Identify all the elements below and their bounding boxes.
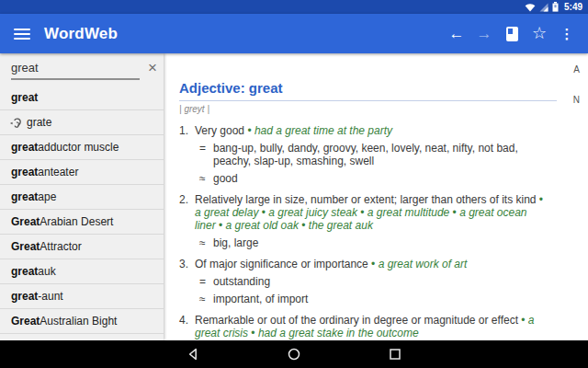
example-text: a great delay [195, 206, 258, 219]
example-bullet: • [449, 206, 459, 219]
wordweb-app-window: 5:49 WordWeb ← → ☆ ⋮ × great [0, 0, 588, 368]
list-item[interactable]: great adductor muscle [0, 135, 164, 160]
example-bullet: • [258, 206, 268, 219]
menu-icon[interactable] [14, 26, 30, 42]
example-bullet: • [518, 314, 528, 327]
example-bullet: • [368, 258, 379, 270]
similar-list[interactable]: good [213, 172, 549, 185]
example-text: a great work of art [379, 258, 468, 270]
app-title: WordWeb [44, 25, 118, 43]
homophone-icon [9, 117, 22, 129]
sidebar: × great grategreat adductor musclegreat … [0, 53, 164, 340]
example-bullet: • [244, 124, 254, 137]
word-list: great grategreat adductor musclegreat an… [0, 86, 164, 340]
definition-item: 1.Very good • had a great time at the pa… [179, 124, 549, 185]
example-text: had a great time at the party [254, 124, 392, 137]
synonym-list[interactable]: outstanding [213, 275, 549, 288]
clock: 5:49 [564, 0, 582, 14]
nav-back-button[interactable] [182, 348, 204, 361]
main-body: × great grategreat adductor musclegreat … [0, 53, 588, 340]
index-letter-noun[interactable]: N [573, 95, 580, 105]
definition-text: Very good • had a great time at the part… [195, 124, 549, 185]
signal-icon [539, 3, 548, 12]
example-bullet: • [357, 206, 368, 219]
search-input[interactable] [11, 58, 140, 80]
example-text: the great auk [309, 219, 373, 232]
search-row: × [0, 53, 164, 86]
page-title: Adjective: great [179, 80, 283, 96]
battery-icon [552, 2, 559, 12]
synonym-marker: = [199, 275, 213, 288]
definition-text: Relatively large in size, number or exte… [195, 193, 549, 249]
example-bullet: • [537, 193, 544, 206]
definition-pane: A N Adjective: great | greyt | 1.Very go… [164, 53, 588, 340]
example-bullet: • [299, 219, 309, 232]
list-item[interactable]: Great Arabian Desert [0, 210, 164, 235]
definition-number: 1. [179, 124, 195, 185]
synonym-marker: = [199, 142, 213, 167]
example-text: a great multitude [368, 206, 449, 219]
definition-number: 2. [179, 193, 195, 249]
definitions: 1.Very good • had a great time at the pa… [179, 124, 588, 340]
overflow-menu-button[interactable]: ⋮ [553, 14, 581, 53]
list-item[interactable]: grate [0, 110, 164, 135]
bookmark-page-icon [506, 27, 518, 41]
app-bar-actions: ← → ☆ ⋮ [443, 14, 581, 53]
example-bullet: • [216, 219, 226, 232]
list-item[interactable]: great anteater [0, 160, 164, 185]
similar-list[interactable]: big, large [213, 236, 549, 249]
example-text: had a great stake in the outcome [258, 327, 419, 339]
definition-text: Remarkable or out of the ordinary in deg… [195, 314, 549, 340]
list-item[interactable]: Great Australian Desert [0, 334, 164, 340]
list-item[interactable]: Great Australian Bight [0, 309, 164, 334]
example-text: a great juicy steak [268, 206, 357, 219]
clear-search-icon[interactable]: × [148, 60, 157, 75]
similar-list[interactable]: important, of import [213, 293, 549, 305]
definition-item: 3.Of major significance or importance • … [179, 258, 549, 305]
wifi-icon [525, 3, 536, 12]
headword-block: Adjective: great [179, 80, 557, 101]
definition-item: 4.Remarkable or out of the ordinary in d… [179, 314, 549, 340]
bookmarks-button[interactable] [498, 27, 526, 41]
nav-recents-button[interactable] [384, 348, 406, 361]
definition-number: 4. [179, 314, 195, 340]
back-button[interactable]: ← [443, 14, 470, 53]
similar-marker: ≈ [199, 236, 213, 249]
list-item[interactable]: great [0, 86, 164, 110]
status-bar: 5:49 [0, 0, 588, 14]
example-text: a great old oak [226, 219, 299, 232]
similar-marker: ≈ [199, 172, 213, 185]
list-item[interactable]: Great Attractor [0, 235, 164, 259]
pronunciation: | greyt | [179, 104, 588, 114]
nav-home-button[interactable] [283, 348, 305, 361]
definition-text: Of major significance or importance • a … [195, 258, 549, 305]
forward-button[interactable]: → [470, 14, 498, 53]
list-item[interactable]: great auk [0, 259, 164, 284]
synonym-list[interactable]: bang-up, bully, dandy, groovy, keen, lov… [213, 142, 549, 167]
android-nav-bar [0, 340, 588, 368]
definition-item: 2.Relatively large in size, number or ex… [179, 193, 549, 249]
definition-number: 3. [179, 258, 195, 305]
app-bar: WordWeb ← → ☆ ⋮ [0, 14, 588, 53]
index-letter-adjective[interactable]: A [573, 64, 580, 75]
favorites-button[interactable]: ☆ [526, 14, 553, 53]
example-bullet: • [248, 327, 258, 339]
list-item[interactable]: great ape [0, 185, 164, 210]
similar-marker: ≈ [199, 293, 213, 305]
list-item[interactable]: great-aunt [0, 284, 164, 309]
